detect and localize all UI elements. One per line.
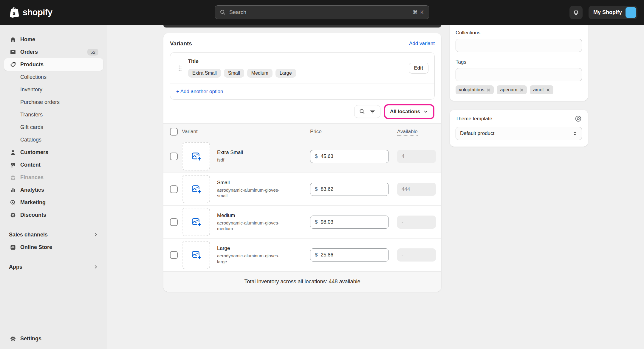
edit-option-button[interactable]: Edit	[409, 63, 428, 73]
tags-input[interactable]	[456, 68, 582, 81]
inventory-total: Total inventory across all locations: 44…	[163, 271, 441, 292]
selected-option: Default product	[460, 130, 494, 136]
sidebar-item-analytics[interactable]: Analytics	[4, 184, 103, 196]
locations-label: All locations	[390, 109, 420, 115]
bell-icon	[572, 9, 580, 16]
sidebar-label: Analytics	[20, 187, 44, 193]
search-filter-button[interactable]	[354, 105, 380, 118]
sidebar-item-settings[interactable]: Settings	[4, 332, 103, 345]
variant-info[interactable]: Large aerodynamic-aluminum-gloves-large	[217, 245, 310, 265]
remove-tag-icon[interactable]	[487, 88, 490, 92]
price-field[interactable]: $	[310, 248, 389, 262]
drag-handle-icon[interactable]	[176, 65, 184, 71]
variant-title: Medium	[217, 213, 310, 219]
shopify-bag-icon: S	[9, 7, 20, 19]
sidebar-item-discounts[interactable]: Discounts	[4, 209, 103, 221]
row-checkbox[interactable]	[170, 218, 178, 226]
variant-info[interactable]: Extra Small fsdf	[217, 150, 310, 163]
row-checkbox[interactable]	[170, 153, 178, 160]
sidebar-label: Home	[20, 36, 35, 43]
sidebar-item-transfers[interactable]: Transfers	[4, 108, 103, 121]
add-image-placeholder[interactable]	[182, 241, 210, 269]
collections-input[interactable]	[456, 39, 582, 52]
theme-template-card: Theme template Default product	[450, 110, 588, 147]
row-checkbox[interactable]	[170, 251, 178, 259]
sidebar-item-collections[interactable]: Collections	[4, 71, 103, 83]
chevron-down-icon	[423, 109, 428, 114]
sidebar-item-marketing[interactable]: Marketing	[4, 196, 103, 209]
variant-info[interactable]: Medium aerodynamic-aluminum-gloves-mediu…	[217, 213, 310, 232]
sidebar-item-purchase-orders[interactable]: Purchase orders	[4, 96, 103, 108]
remove-tag-icon[interactable]	[520, 88, 524, 92]
sidebar-item-online-store[interactable]: Online Store	[4, 241, 103, 253]
search-input[interactable]	[229, 9, 409, 16]
sidebar-item-home[interactable]: Home	[4, 33, 103, 46]
available-field: 4	[397, 150, 436, 163]
sidebar-item-catalogs[interactable]: Catalogs	[4, 133, 103, 146]
home-icon	[9, 36, 17, 43]
sidebar-section-apps[interactable]: Apps	[4, 261, 103, 273]
sidebar-label: Discounts	[20, 212, 46, 218]
price-input[interactable]	[321, 252, 384, 258]
sidebar-item-gift-cards[interactable]: Gift cards	[4, 121, 103, 133]
variant-title: Extra Small	[217, 150, 310, 156]
discount-badge-icon	[9, 211, 17, 219]
variant-row: Large aerodynamic-aluminum-gloves-large …	[163, 239, 441, 271]
sidebar-item-finances[interactable]: Finances	[4, 171, 103, 184]
orders-icon	[9, 48, 17, 56]
eye-icon[interactable]	[575, 115, 582, 122]
sidebar-section-sales-channels[interactable]: Sales channels	[4, 228, 103, 241]
tag-list: voluptatibus aperiam amet	[456, 85, 582, 94]
sidebar-footer: Settings	[0, 328, 107, 349]
add-another-option-link[interactable]: + Add another option	[176, 89, 223, 95]
option-value-chip: Large	[275, 69, 296, 78]
filter-icon	[369, 108, 376, 115]
add-image-placeholder[interactable]	[182, 208, 210, 236]
collections-label: Collections	[456, 30, 582, 36]
scrolled-card-edge	[163, 25, 441, 27]
variant-info[interactable]: Small aerodynamic-aluminum-gloves-small	[217, 180, 310, 199]
price-input[interactable]	[321, 186, 384, 192]
shopify-logo[interactable]: S shopify	[9, 7, 52, 19]
add-variant-link[interactable]: Add variant	[409, 41, 435, 47]
account-name: My Shopify	[593, 9, 622, 16]
tags-label: Tags	[456, 59, 582, 65]
bank-icon	[9, 173, 17, 181]
price-field[interactable]: $	[310, 183, 389, 196]
shopify-wordmark: shopify	[23, 7, 52, 17]
variants-table-header: Variant Price Available	[163, 123, 441, 140]
avatar	[626, 7, 636, 18]
global-search[interactable]: ⌘ K	[215, 5, 429, 19]
chevron-right-icon	[93, 264, 98, 270]
column-header-available: Available	[389, 129, 418, 135]
add-image-placeholder[interactable]	[182, 142, 210, 170]
sidebar-item-orders[interactable]: Orders 52	[4, 46, 103, 58]
add-image-placeholder[interactable]	[182, 175, 210, 203]
variants-heading: Variants	[170, 40, 192, 47]
topbar: S shopify ⌘ K	[0, 0, 644, 25]
currency-prefix: $	[315, 252, 318, 258]
row-checkbox[interactable]	[170, 185, 178, 193]
price-field[interactable]: $	[310, 216, 389, 229]
sidebar-item-products[interactable]: Products	[4, 58, 103, 71]
bar-chart-icon	[9, 186, 17, 194]
variant-row: Extra Small fsdf $ 4	[163, 140, 441, 173]
sidebar-item-content[interactable]: Content	[4, 159, 103, 171]
price-input[interactable]	[321, 219, 384, 225]
sidebar-label: Online Store	[20, 244, 52, 250]
notifications-button[interactable]	[569, 6, 583, 19]
theme-template-label: Theme template	[456, 116, 492, 122]
select-all-checkbox[interactable]	[170, 128, 178, 136]
theme-template-select[interactable]: Default product	[456, 127, 582, 140]
locations-dropdown[interactable]: All locations	[385, 105, 433, 118]
option-value-chip: Medium	[247, 69, 273, 78]
tag-text: aperiam	[500, 87, 517, 93]
price-input[interactable]	[321, 153, 384, 159]
sidebar-item-customers[interactable]: Customers	[4, 146, 103, 159]
currency-prefix: $	[315, 186, 318, 192]
account-menu[interactable]: My Shopify	[589, 6, 637, 19]
updown-chevron-icon	[572, 131, 578, 136]
remove-tag-icon[interactable]	[546, 88, 550, 92]
price-field[interactable]: $	[310, 150, 389, 163]
sidebar-item-inventory[interactable]: Inventory	[4, 83, 103, 96]
